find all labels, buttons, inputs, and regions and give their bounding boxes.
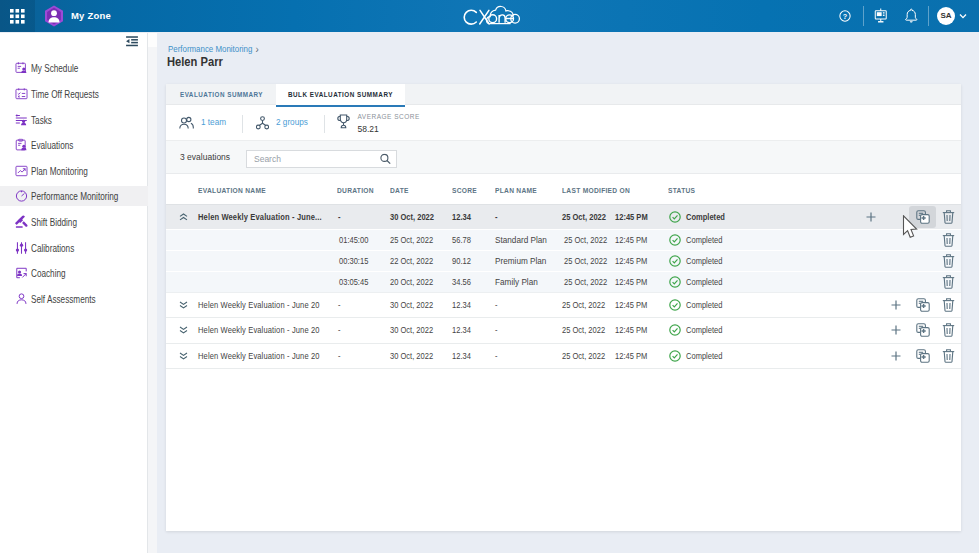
svg-text:?: ? [843, 12, 848, 21]
